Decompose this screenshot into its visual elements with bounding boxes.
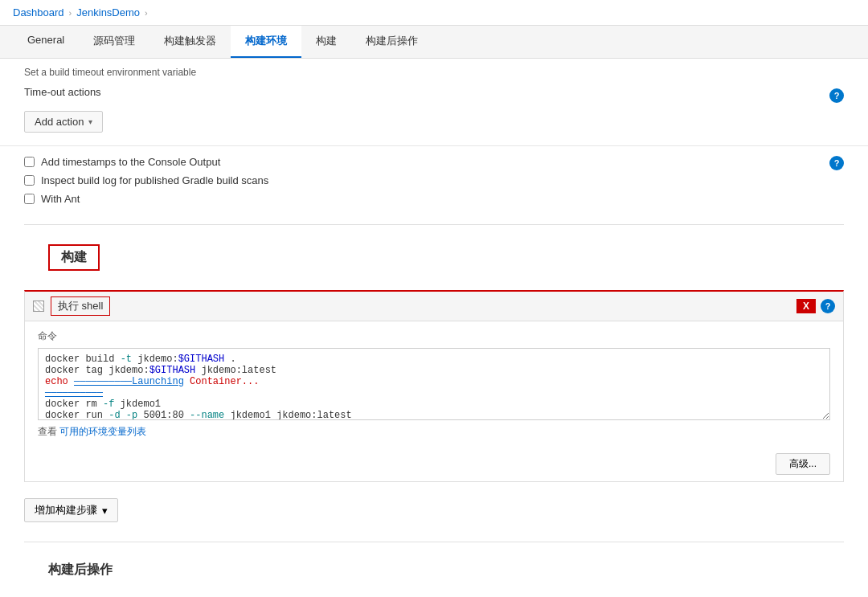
build-step-shell: 执行 shell X ? 命令 docker build -t jkdemo:$… bbox=[24, 290, 844, 482]
breadcrumb-dashboard[interactable]: Dashboard bbox=[13, 6, 64, 18]
step-icon bbox=[33, 301, 44, 312]
code-line-6: docker run -d -p 5001:80 --name jkdemo1 … bbox=[45, 410, 823, 420]
add-action-label: Add action bbox=[35, 116, 84, 128]
timeout-help-icon[interactable]: ? bbox=[829, 88, 844, 103]
tab-build[interactable]: 构建 bbox=[301, 26, 351, 58]
add-action-button[interactable]: Add action ▾ bbox=[24, 111, 103, 133]
env-link-prefix: 查看 bbox=[38, 426, 59, 437]
build-step-header: 执行 shell X ? bbox=[25, 292, 843, 321]
checkbox-ant-label: With Ant bbox=[41, 193, 80, 205]
add-build-step-button[interactable]: 增加构建步骤 ▾ bbox=[24, 498, 118, 522]
shell-step-help-icon[interactable]: ? bbox=[821, 299, 835, 313]
env-link-row: 查看 可用的环境变量列表 bbox=[38, 425, 830, 439]
add-step-dropdown-arrow: ▾ bbox=[102, 505, 108, 517]
breadcrumb-project[interactable]: JenkinsDemo bbox=[76, 6, 140, 18]
code-line-2: docker tag jkdemo:$GITHASH jkdemo:latest bbox=[45, 365, 823, 376]
build-section-wrapper: 构建 bbox=[0, 228, 868, 282]
breadcrumb-arrow-2: › bbox=[145, 8, 148, 18]
build-section-label: 构建 bbox=[48, 244, 100, 271]
code-line-3: echo ——————————Launching Container... bbox=[45, 376, 823, 387]
tab-bar: General 源码管理 构建触发器 构建环境 构建 构建后操作 bbox=[0, 26, 868, 59]
checkbox-ant-input[interactable] bbox=[24, 194, 35, 204]
advanced-button[interactable]: 高级... bbox=[776, 453, 830, 475]
breadcrumb: Dashboard › JenkinsDemo › bbox=[0, 0, 868, 26]
advanced-row: 高级... bbox=[25, 447, 843, 481]
main-content: General 源码管理 构建触发器 构建环境 构建 构建后操作 Set a b… bbox=[0, 26, 868, 597]
build-step-title: 执行 shell bbox=[33, 296, 110, 316]
build-step-actions: X ? bbox=[796, 299, 835, 313]
command-textarea[interactable]: docker build -t jkdemo:$GITHASH . docker… bbox=[38, 348, 830, 420]
code-line-4: —————————— bbox=[45, 387, 823, 399]
code-line-5: docker rm -f jkdemo1 bbox=[45, 399, 823, 410]
checkboxes-help-icon[interactable]: ? bbox=[829, 156, 844, 170]
code-line-1: docker build -t jkdemo:$GITHASH . bbox=[45, 354, 823, 365]
add-build-step-label: 增加构建步骤 bbox=[35, 503, 97, 517]
shell-step-title: 执行 shell bbox=[51, 296, 110, 316]
checkbox-timestamps-label: Add timestamps to the Console Output bbox=[41, 156, 220, 168]
checkbox-timestamps-input[interactable] bbox=[24, 157, 35, 167]
section-divider bbox=[24, 224, 844, 225]
add-post-step-row: 增加构建后操作步骤 ▾ bbox=[0, 590, 868, 597]
env-link[interactable]: 可用的环境变量列表 bbox=[59, 426, 146, 437]
checkbox-timestamps: Add timestamps to the Console Output bbox=[24, 156, 829, 168]
content-wrapper: Set a build timeout environment variable… bbox=[0, 59, 868, 597]
delete-step-button[interactable]: X bbox=[796, 299, 816, 313]
add-action-dropdown-arrow: ▾ bbox=[88, 117, 92, 126]
breadcrumb-arrow-1: › bbox=[69, 8, 72, 18]
tab-build-env[interactable]: 构建环境 bbox=[231, 26, 301, 58]
timeout-section: Set a build timeout environment variable… bbox=[0, 59, 868, 146]
checkbox-ant: With Ant bbox=[24, 193, 829, 205]
timeout-actions-label: Time-out actions bbox=[24, 86, 101, 98]
timeout-description: Set a build timeout environment variable bbox=[24, 67, 844, 78]
tab-post-build[interactable]: 构建后操作 bbox=[351, 26, 432, 58]
tab-source[interactable]: 源码管理 bbox=[79, 26, 149, 58]
checkbox-gradle-input[interactable] bbox=[24, 175, 35, 186]
post-build-label: 构建后操作 bbox=[48, 562, 820, 579]
add-step-row: 增加构建步骤 ▾ bbox=[0, 490, 868, 538]
command-area: 命令 docker build -t jkdemo:$GITHASH . doc… bbox=[25, 321, 843, 447]
post-build-divider bbox=[24, 542, 844, 542]
tab-general[interactable]: General bbox=[13, 26, 79, 58]
checkbox-gradle: Inspect build log for published Gradle b… bbox=[24, 174, 829, 186]
timeout-actions-header: Time-out actions bbox=[24, 86, 829, 98]
checkbox-gradle-label: Inspect build log for published Gradle b… bbox=[41, 174, 268, 186]
post-build-header-wrapper: 构建后操作 bbox=[0, 546, 868, 590]
command-label: 命令 bbox=[38, 329, 830, 343]
tab-triggers[interactable]: 构建触发器 bbox=[149, 26, 231, 58]
checkboxes-section: Add timestamps to the Console Output Ins… bbox=[0, 146, 868, 221]
